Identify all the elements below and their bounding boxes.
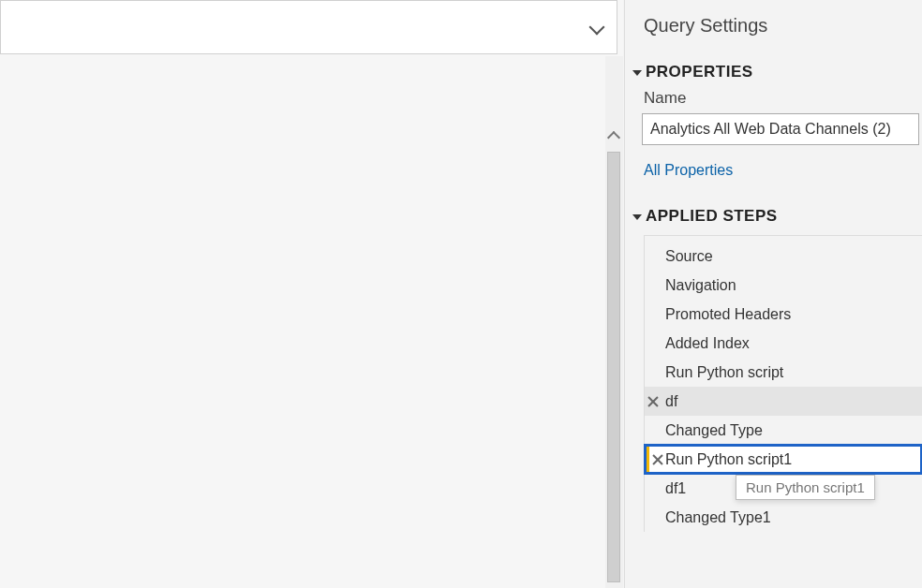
properties-section-header[interactable]: PROPERTIES <box>634 63 922 81</box>
query-name-input[interactable] <box>642 113 919 145</box>
applied-steps-section-header[interactable]: APPLIED STEPS <box>634 207 922 226</box>
step-label: Added Index <box>665 335 750 352</box>
step-label: Changed Type <box>665 422 763 439</box>
properties-label: PROPERTIES <box>646 63 753 81</box>
step-source[interactable]: Source <box>645 242 922 271</box>
delete-step-icon[interactable] <box>651 453 664 466</box>
scroll-thumb[interactable] <box>607 152 620 582</box>
chevron-down-icon <box>588 19 605 36</box>
step-run-python-script[interactable]: Run Python script <box>645 358 922 387</box>
name-field-label: Name <box>644 89 922 108</box>
applied-steps-label: APPLIED STEPS <box>646 207 778 226</box>
step-tooltip: Run Python script1 <box>736 475 875 500</box>
step-label: Changed Type1 <box>665 509 771 526</box>
step-label: df1 <box>665 480 686 497</box>
step-label: Source <box>665 248 713 265</box>
scroll-up-icon[interactable] <box>607 129 620 142</box>
step-label: Navigation <box>665 277 736 294</box>
step-navigation[interactable]: Navigation <box>645 271 922 300</box>
step-promoted-headers[interactable]: Promoted Headers <box>645 300 922 329</box>
step-label: Run Python script <box>665 364 783 381</box>
all-properties-link[interactable]: All Properties <box>644 162 733 179</box>
step-run-python-script1[interactable]: Run Python script1 <box>645 445 922 474</box>
step-added-index[interactable]: Added Index <box>645 329 922 358</box>
vertical-scrollbar[interactable] <box>605 56 623 588</box>
panel-title: Query Settings <box>634 15 922 37</box>
step-df[interactable]: df <box>645 387 922 416</box>
delete-step-icon[interactable] <box>647 395 660 408</box>
main-content-area <box>0 0 623 588</box>
step-changed-type1[interactable]: Changed Type1 <box>645 503 922 532</box>
formula-bar-dropdown[interactable] <box>0 0 617 54</box>
step-changed-type[interactable]: Changed Type <box>645 416 922 445</box>
step-label: Promoted Headers <box>665 306 791 323</box>
step-label: df <box>665 393 677 410</box>
collapse-icon <box>632 214 642 220</box>
step-label: Run Python script1 <box>665 451 792 468</box>
collapse-icon <box>632 70 642 76</box>
